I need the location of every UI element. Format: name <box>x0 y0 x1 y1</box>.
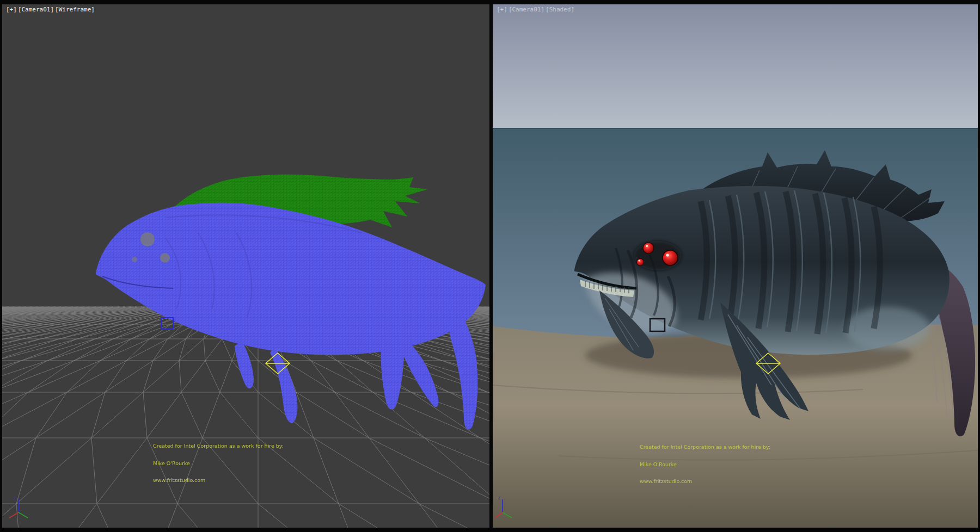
viewport-menu-shading[interactable]: [Shaded] <box>546 6 574 13</box>
viewport-right-label: [+] [Camera01] [Shaded] <box>497 6 574 13</box>
rear-highlight <box>845 307 930 350</box>
viewport-menu-pov[interactable]: [Camera01] <box>18 6 54 13</box>
eye-highlight <box>639 260 640 262</box>
viewport-left-label: [+] [Camera01] [Wireframe] <box>6 6 95 13</box>
eye-highlight <box>646 245 648 247</box>
fish-nostril-spot <box>132 257 137 262</box>
viewport-area: [+] [Camera01] [Wireframe] <box>0 0 980 532</box>
fish-eye-small <box>637 259 644 266</box>
axis-z-label: z <box>498 495 500 500</box>
viewport-left[interactable]: [+] [Camera01] [Wireframe] <box>2 4 489 528</box>
axis-z-label: z <box>14 495 16 500</box>
viewport-menu-general[interactable]: [+] <box>6 6 17 13</box>
sky <box>493 4 978 131</box>
fish-body[interactable] <box>96 203 486 355</box>
fish-eye-spot-large <box>140 232 155 246</box>
fish-eye-medium <box>643 243 654 253</box>
viewport-right[interactable]: [+] [Camera01] [Shaded] <box>493 4 978 528</box>
viewport-menu-pov[interactable]: [Camera01] <box>509 6 544 13</box>
fish-pelvic-fin[interactable] <box>235 341 254 388</box>
watermark-text: Created for Intel Corporation as a work … <box>153 432 284 495</box>
world-axis-tripod: z <box>9 495 28 518</box>
horizon-line <box>493 128 978 129</box>
fish-eye-large <box>663 250 678 265</box>
viewport-menu-shading[interactable]: [Wireframe] <box>55 6 95 13</box>
fish-eye-spot-small <box>160 253 170 263</box>
viewport-menu-general[interactable]: [+] <box>497 6 507 13</box>
eye-highlight <box>666 253 669 256</box>
fish-model-wireframe[interactable] <box>96 175 486 430</box>
watermark-text: Created for Intel Corporation as a work … <box>640 433 770 496</box>
